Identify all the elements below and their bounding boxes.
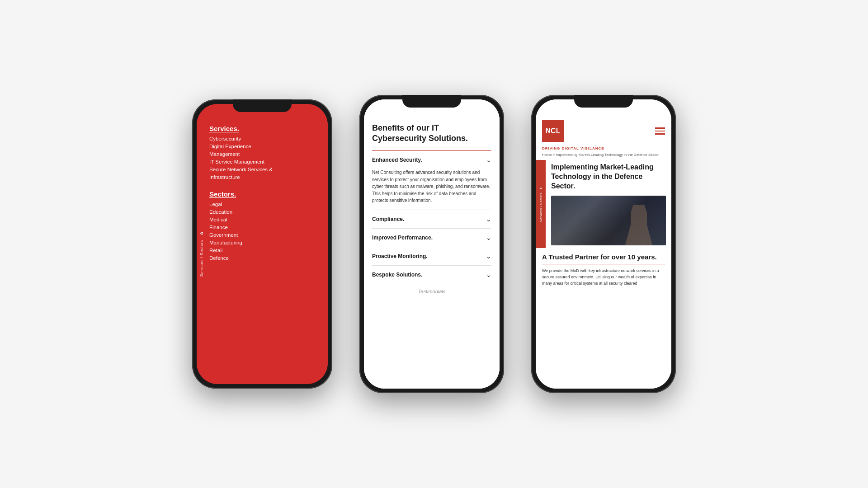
phone-1-sidebar-label: Services / Sectors bbox=[199, 240, 204, 277]
menu-secure-network[interactable]: Secure Network Services & bbox=[209, 167, 321, 172]
menu-management[interactable]: Management bbox=[209, 151, 321, 157]
accordion-proactive-monitoring-header[interactable]: Proactive Monitoring. ⌄ bbox=[372, 247, 491, 265]
phone-3-header: NCL bbox=[536, 116, 671, 146]
accordion-bespoke-solutions: Bespoke Solutions. ⌄ bbox=[372, 266, 491, 284]
chevron-down-icon-3: ⌄ bbox=[486, 234, 491, 241]
phone-1-back-icon[interactable]: « bbox=[200, 230, 203, 236]
hamburger-line-3 bbox=[655, 133, 665, 135]
hamburger-line-1 bbox=[655, 127, 665, 129]
phone-1-inner: « Services / Sectors Services. Cybersecu… bbox=[197, 104, 328, 384]
phone-3-article-wrapper: » Services / Sectors Implementing Market… bbox=[536, 160, 671, 248]
phone-1-notch bbox=[233, 99, 292, 112]
accordion-proactive-monitoring: Proactive Monitoring. ⌄ bbox=[372, 247, 491, 266]
accordion-compliance-header[interactable]: Compliance. ⌄ bbox=[372, 210, 491, 228]
trusted-divider bbox=[542, 264, 665, 264]
accordion-enhanced-security-body: Net Consulting offers advanced security … bbox=[372, 169, 491, 210]
trusted-title: A Trusted Partner for over 10 years. bbox=[542, 253, 665, 262]
accordion-enhanced-security: Enhanced Security. ⌄ Net Consulting offe… bbox=[372, 151, 491, 210]
article-title: Implementing Market-Leading Technology i… bbox=[551, 163, 666, 191]
accordion-compliance: Compliance. ⌄ bbox=[372, 210, 491, 229]
menu-education[interactable]: Education bbox=[209, 209, 321, 215]
menu-manufacturing[interactable]: Manufacturing bbox=[209, 240, 321, 245]
phone-3-trusted-section: A Trusted Partner for over 10 years. We … bbox=[536, 248, 671, 291]
accordion-improved-performance-header[interactable]: Improved Performance. ⌄ bbox=[372, 229, 491, 247]
menu-retail[interactable]: Retail bbox=[209, 248, 321, 253]
menu-cybersecurity[interactable]: Cybersecurity bbox=[209, 136, 321, 141]
chevron-down-icon-4: ⌄ bbox=[486, 253, 491, 260]
accordion-bespoke-solutions-header[interactable]: Bespoke Solutions. ⌄ bbox=[372, 266, 491, 284]
hamburger-menu-button[interactable] bbox=[655, 127, 665, 135]
phone-3: NCL DRIVING DIGITAL VIGILANCE Home > Imp… bbox=[531, 95, 676, 393]
phone-2-bottom-hint: Testimonials bbox=[372, 289, 491, 294]
chevron-down-icon: ⌄ bbox=[486, 156, 491, 164]
phone-1: « Services / Sectors Services. Cybersecu… bbox=[192, 99, 332, 389]
phone-2: Benefits of our IT Cybersecurity Solutio… bbox=[359, 95, 504, 393]
double-chevron-icon: » bbox=[539, 186, 542, 191]
menu-defence[interactable]: Defence bbox=[209, 255, 321, 261]
services-title: Services. bbox=[209, 125, 321, 132]
phone-2-screen: Benefits of our IT Cybersecurity Solutio… bbox=[364, 99, 500, 389]
phone-2-inner: Benefits of our IT Cybersecurity Solutio… bbox=[364, 99, 500, 389]
breadcrumb: Home > Implementing Market-Leading Techn… bbox=[536, 152, 671, 157]
ncl-logo[interactable]: NCL bbox=[542, 120, 564, 142]
menu-infrastructure[interactable]: Infrastructure bbox=[209, 174, 321, 180]
hamburger-line-2 bbox=[655, 131, 665, 132]
accordion-compliance-label: Compliance. bbox=[372, 216, 404, 222]
menu-government[interactable]: Government bbox=[209, 232, 321, 238]
phone-3-inner: NCL DRIVING DIGITAL VIGILANCE Home > Imp… bbox=[536, 99, 671, 389]
phone-1-content: Services. Cybersecurity Digital Experien… bbox=[207, 117, 328, 384]
phone-3-side-tab[interactable]: » Services / Sectors bbox=[536, 160, 546, 248]
accordion-improved-performance: Improved Performance. ⌄ bbox=[372, 229, 491, 247]
menu-digital-experience[interactable]: Digital Experience bbox=[209, 144, 321, 149]
menu-it-service[interactable]: IT Service Management bbox=[209, 159, 321, 164]
menu-legal[interactable]: Legal bbox=[209, 202, 321, 207]
accordion-enhanced-security-header[interactable]: Enhanced Security. ⌄ bbox=[372, 151, 491, 169]
sectors-title: Sectors. bbox=[209, 190, 321, 198]
article-image bbox=[551, 196, 666, 245]
phone-3-screen: NCL DRIVING DIGITAL VIGILANCE Home > Imp… bbox=[536, 99, 671, 389]
phone-1-sidebar: « Services / Sectors bbox=[197, 117, 207, 384]
phone-3-tag: DRIVING DIGITAL VIGILANCE bbox=[536, 146, 671, 150]
accordion-improved-performance-label: Improved Performance. bbox=[372, 235, 433, 241]
trusted-text: We provide the MoD with key infrastructu… bbox=[542, 268, 665, 287]
phone-1-screen: « Services / Sectors Services. Cybersecu… bbox=[197, 104, 328, 384]
phone-2-page-title: Benefits of our IT Cybersecurity Solutio… bbox=[372, 123, 491, 144]
phone-3-side-tab-label: Services / Sectors bbox=[539, 192, 542, 222]
phone-2-content: Benefits of our IT Cybersecurity Solutio… bbox=[364, 116, 500, 301]
menu-finance[interactable]: Finance bbox=[209, 225, 321, 230]
phone-3-article-body: Implementing Market-Leading Technology i… bbox=[546, 160, 671, 248]
phone-2-notch bbox=[402, 95, 461, 108]
chevron-down-icon-5: ⌄ bbox=[486, 271, 491, 278]
chevron-down-icon-2: ⌄ bbox=[486, 216, 491, 223]
accordion-bespoke-solutions-label: Bespoke Solutions. bbox=[372, 272, 422, 278]
phone-3-notch bbox=[574, 95, 633, 108]
accordion-enhanced-security-label: Enhanced Security. bbox=[372, 157, 422, 163]
accordion-proactive-monitoring-label: Proactive Monitoring. bbox=[372, 253, 428, 259]
menu-medical[interactable]: Medical bbox=[209, 217, 321, 222]
